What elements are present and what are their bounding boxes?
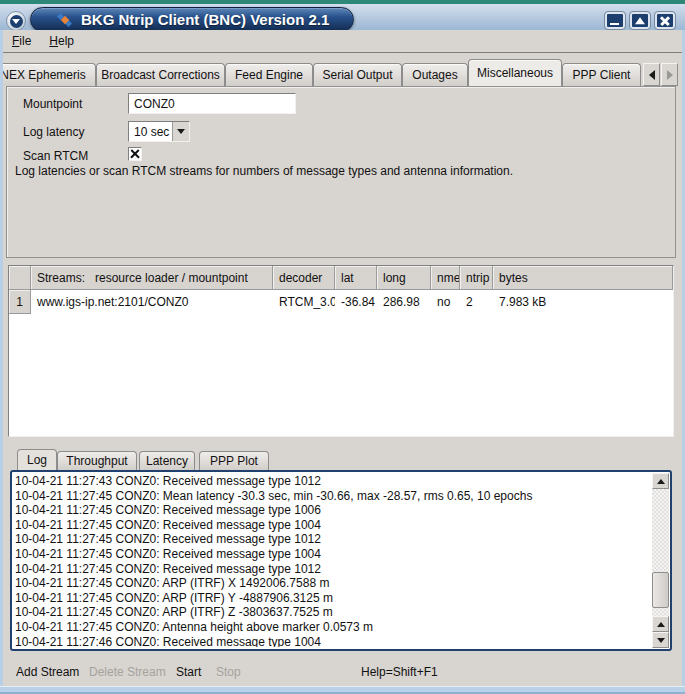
cell-lat[interactable]: -36.84	[335, 290, 377, 314]
scrollbar-track[interactable]	[652, 489, 669, 616]
mountpoint-field[interactable]: CONZ0	[128, 93, 296, 114]
help-shortcut-hint: Help=Shift+F1	[361, 665, 438, 679]
maximize-icon	[635, 17, 645, 24]
main-tabstrip: NEX Ephemeris Broadcast Corrections Feed…	[0, 59, 685, 86]
header-ntrip[interactable]: ntrip	[460, 266, 493, 290]
arrow-right-icon	[667, 70, 673, 80]
stop-button[interactable]: Stop	[216, 665, 241, 679]
arrow-down-icon	[657, 638, 665, 643]
streams-table: Streams: resource loader / mountpoint de…	[8, 265, 674, 437]
delete-stream-button[interactable]: Delete Stream	[89, 665, 166, 679]
window-border-left	[0, 30, 3, 686]
tab-latency[interactable]: Latency	[139, 451, 195, 470]
maximize-button[interactable]	[630, 12, 650, 29]
window-menu-button[interactable]	[6, 11, 26, 31]
arrow-up-icon	[657, 479, 665, 484]
header-lat[interactable]: lat	[335, 266, 377, 290]
chevron-down-icon	[12, 19, 20, 24]
arrow-up-icon	[657, 622, 665, 627]
scrollbar-thumb[interactable]	[652, 572, 669, 608]
row-number[interactable]: 1	[9, 290, 31, 314]
scroll-down-button[interactable]	[652, 632, 669, 648]
header-bytes[interactable]: bytes	[493, 266, 673, 290]
header-nmea[interactable]: nmea	[431, 266, 460, 290]
tab-throughput[interactable]: Throughput	[57, 451, 137, 470]
scroll-up-button-2[interactable]	[652, 616, 669, 632]
bnc-window: BKG Ntrip Client (BNC) Version 2.1 File …	[0, 0, 685, 694]
action-bar: Add Stream Delete Stream Start Stop Help…	[0, 662, 685, 684]
miscellaneous-panel: Mountpoint CONZ0 Log latency 10 sec Scan…	[6, 86, 676, 258]
header-long[interactable]: long	[377, 266, 431, 290]
tab-outages[interactable]: Outages	[402, 63, 468, 86]
scan-rtcm-checkbox[interactable]	[128, 147, 142, 161]
bottom-tabstrip: Log Throughput Latency PPP Plot	[0, 449, 685, 470]
tab-serial-output[interactable]: Serial Output	[313, 63, 402, 86]
table-corner-button[interactable]	[9, 266, 31, 290]
window-border-bottom	[0, 686, 685, 694]
table-header-row: Streams: resource loader / mountpoint de…	[9, 266, 673, 290]
log-scrollbar[interactable]	[652, 473, 669, 648]
tab-rinex-ephemeris[interactable]: NEX Ephemeris	[0, 63, 96, 86]
panel-description: Log latencies or scan RTCM streams for n…	[15, 164, 665, 178]
cell-decoder[interactable]: RTCM_3.0	[273, 290, 335, 314]
add-stream-button[interactable]: Add Stream	[16, 665, 79, 679]
scan-rtcm-label: Scan RTCM	[23, 149, 88, 163]
cell-stream[interactable]: www.igs-ip.net:2101/CONZ0	[31, 290, 273, 314]
log-lines: 10-04-21 11:27:43 CONZ0: Received messag…	[15, 474, 649, 647]
window-title: BKG Ntrip Client (BNC) Version 2.1	[81, 11, 329, 28]
menu-help[interactable]: Help	[43, 32, 80, 50]
scroll-up-button[interactable]	[652, 473, 669, 489]
arrow-left-icon	[649, 70, 655, 80]
table-row[interactable]: 1 www.igs-ip.net:2101/CONZ0 RTCM_3.0 -36…	[9, 290, 673, 314]
log-latency-label: Log latency	[23, 125, 84, 139]
bnc-app-icon	[56, 12, 73, 28]
header-streams[interactable]: Streams: resource loader / mountpoint	[31, 266, 273, 290]
close-button[interactable]	[655, 12, 675, 29]
minimize-button[interactable]	[605, 12, 625, 29]
log-output[interactable]: 10-04-21 11:27:43 CONZ0: Received messag…	[10, 470, 672, 651]
tab-log[interactable]: Log	[17, 449, 57, 470]
tab-broadcast-corrections[interactable]: Broadcast Corrections	[96, 63, 225, 86]
chevron-down-icon	[177, 129, 185, 134]
combo-dropdown-button[interactable]	[172, 122, 189, 141]
cell-ntrip[interactable]: 2	[460, 290, 493, 314]
cell-bytes[interactable]: 7.983 kB	[493, 290, 673, 314]
log-latency-select[interactable]: 10 sec	[128, 121, 190, 142]
tab-scroll-right-button[interactable]	[661, 63, 678, 86]
minimize-icon	[610, 23, 619, 26]
menu-file[interactable]: File	[6, 32, 37, 50]
tab-miscellaneous[interactable]: Miscellaneous	[468, 59, 562, 86]
cell-long[interactable]: 286.98	[377, 290, 431, 314]
titlebar[interactable]: BKG Ntrip Client (BNC) Version 2.1	[0, 4, 685, 30]
cell-nmea[interactable]: no	[431, 290, 460, 314]
tab-scroll-left-button[interactable]	[643, 63, 660, 86]
header-decoder[interactable]: decoder	[273, 266, 335, 290]
menubar: File Help	[0, 30, 685, 53]
tab-ppp-plot[interactable]: PPP Plot	[199, 451, 269, 470]
title-pill[interactable]: BKG Ntrip Client (BNC) Version 2.1	[30, 7, 354, 32]
table-empty-area	[9, 314, 673, 436]
tab-ppp-client[interactable]: PPP Client	[562, 63, 641, 86]
mountpoint-label: Mountpoint	[23, 97, 82, 111]
tab-feed-engine[interactable]: Feed Engine	[225, 63, 313, 86]
start-button[interactable]: Start	[176, 665, 201, 679]
